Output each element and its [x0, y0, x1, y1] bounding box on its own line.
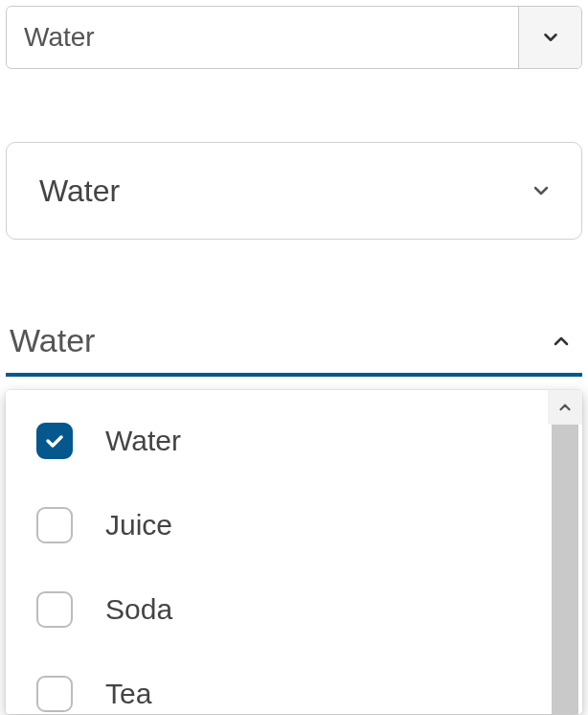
menu-item[interactable]: Soda: [6, 578, 582, 662]
select-value: Water: [7, 7, 518, 68]
checkbox[interactable]: [36, 423, 73, 459]
select-outlined-separate-chevron[interactable]: Water: [6, 6, 582, 69]
checkbox[interactable]: [36, 507, 73, 543]
menu-item-label: Water: [105, 425, 181, 457]
checkbox[interactable]: [36, 676, 73, 712]
chevron-up-icon: [556, 399, 574, 416]
chevron-up-icon: [550, 330, 573, 353]
menu-item[interactable]: Juice: [6, 494, 582, 578]
select-underline-expanded: Water WaterJuiceSodaTea: [6, 314, 582, 714]
checkbox[interactable]: [36, 591, 73, 628]
chevron-down-icon: [530, 179, 553, 202]
scrollbar[interactable]: [548, 390, 582, 714]
chevron-down-icon: [540, 27, 561, 48]
menu-item[interactable]: Tea: [6, 662, 582, 714]
scroll-up-button[interactable]: [548, 390, 582, 425]
select-value: Water: [39, 173, 530, 209]
select-outlined[interactable]: Water: [6, 142, 582, 240]
menu-item-label: Juice: [105, 509, 172, 542]
menu-item[interactable]: Water: [6, 409, 582, 494]
dropdown-toggle-button[interactable]: [518, 7, 581, 68]
scroll-track[interactable]: [552, 425, 578, 714]
dropdown-menu: WaterJuiceSodaTea: [6, 390, 582, 714]
menu-item-label: Tea: [105, 678, 151, 710]
select-value: Water: [10, 322, 550, 359]
select-header[interactable]: Water: [6, 314, 582, 377]
menu-item-label: Soda: [105, 593, 172, 626]
